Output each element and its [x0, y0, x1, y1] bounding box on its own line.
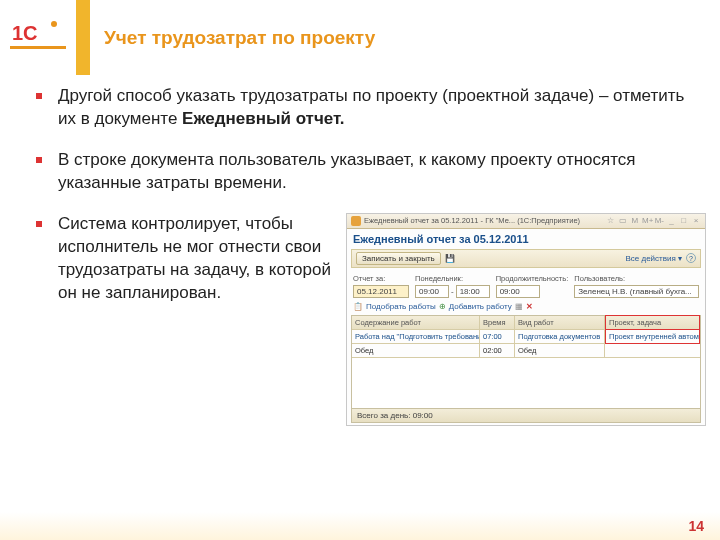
- table-blank: [352, 358, 700, 408]
- doc-title: Ежедневный отчет за 05.12.2011: [347, 229, 705, 247]
- window-title: Ежедневный отчет за 05.12.2011 - ГК "Ме.…: [364, 216, 602, 225]
- col-content: Содержание работ: [352, 316, 480, 330]
- logo-1c: 1C: [0, 10, 76, 66]
- cell-project: Проект внутренней автомати...: [605, 329, 700, 344]
- pick-works-link[interactable]: Подобрать работы: [366, 302, 436, 311]
- works-table: Содержание работ Время Вид работ Проект,…: [351, 315, 701, 423]
- bullet-icon: [36, 157, 42, 163]
- table-row[interactable]: Работа над "Подготовить требование к 07:…: [352, 330, 700, 344]
- bullet-text: Система контролирует, чтобы исполнитель …: [58, 213, 336, 408]
- table-footer: Всего за день: 09:00: [352, 408, 700, 422]
- save-close-button[interactable]: Записать и закрыть: [356, 252, 441, 265]
- window-controls: ☆ ▭ M M+ M- _ □ ×: [605, 216, 701, 225]
- header-divider: [76, 0, 90, 75]
- all-actions-link[interactable]: Все действия ▾: [625, 254, 682, 263]
- slide-title: Учет трудозатрат по проекту: [104, 27, 375, 49]
- minimize-icon[interactable]: _: [667, 216, 677, 225]
- table-header: Содержание работ Время Вид работ Проект,…: [352, 316, 700, 330]
- star-icon[interactable]: ☆: [605, 216, 615, 225]
- add-work-link[interactable]: Добавить работу: [449, 302, 512, 311]
- save-icon[interactable]: 💾: [445, 254, 455, 263]
- close-icon[interactable]: ×: [691, 216, 701, 225]
- svg-text:1C: 1C: [12, 22, 38, 44]
- screenshot-daily-report: Ежедневный отчет за 05.12.2011 - ГК "Ме.…: [346, 213, 706, 426]
- slide-header: 1C Учет трудозатрат по проекту: [0, 0, 720, 75]
- label-user: Пользователь:: [574, 274, 699, 283]
- min-icon[interactable]: ▭: [618, 216, 628, 225]
- bullet-text: Другой способ указать трудозатраты по пр…: [58, 86, 684, 128]
- cell: Подготовка документов: [515, 330, 605, 344]
- logo-1c-icon: 1C: [10, 18, 66, 54]
- cell: Обед: [515, 344, 605, 358]
- label-date: Отчет за:: [353, 274, 409, 283]
- bullet-item: Система контролирует, чтобы исполнитель …: [36, 213, 336, 408]
- label-monday: Понедельник:: [415, 274, 490, 283]
- bullet-icon: [36, 93, 42, 99]
- m-icon[interactable]: M: [630, 216, 640, 225]
- col-project: Проект, задача: [605, 315, 700, 330]
- bullet-bold: Ежедневный отчет.: [182, 109, 345, 128]
- delete-icon[interactable]: ✕: [526, 302, 533, 311]
- table-toolbar: 📋 Подобрать работы ⊕ Добавить работу ▦ ✕: [347, 300, 705, 313]
- window-titlebar: Ежедневный отчет за 05.12.2011 - ГК "Ме.…: [347, 214, 705, 229]
- bullet-item: В строке документа пользователь указывае…: [36, 149, 692, 195]
- app-icon: [351, 216, 361, 226]
- date-field[interactable]: 05.12.2011: [353, 285, 409, 298]
- slide-footer: [0, 512, 720, 540]
- cal-icon[interactable]: ▦: [515, 302, 523, 311]
- col-type: Вид работ: [515, 316, 605, 330]
- m2-icon[interactable]: M+: [642, 216, 652, 225]
- bullet-item: Другой способ указать трудозатраты по пр…: [36, 85, 692, 131]
- dash: -: [451, 287, 454, 296]
- maximize-icon[interactable]: □: [679, 216, 689, 225]
- m3-icon[interactable]: M-: [654, 216, 664, 225]
- cell: 02:00: [480, 344, 515, 358]
- cell: [605, 344, 700, 358]
- cell: Обед: [352, 344, 480, 358]
- add-icon[interactable]: ⊕: [439, 302, 446, 311]
- pick-icon[interactable]: 📋: [353, 302, 363, 311]
- bullet-text: В строке документа пользователь указывае…: [58, 149, 692, 195]
- svg-point-2: [51, 21, 57, 27]
- page-number: 14: [688, 518, 704, 534]
- col-time: Время: [480, 316, 515, 330]
- cell: 07:00: [480, 330, 515, 344]
- time-to-field[interactable]: 18:00: [456, 285, 490, 298]
- toolbar: Записать и закрыть 💾 Все действия ▾ ?: [351, 249, 701, 268]
- table-row[interactable]: Обед 02:00 Обед: [352, 344, 700, 358]
- duration-field[interactable]: 09:00: [496, 285, 540, 298]
- slide-content: Другой способ указать трудозатраты по пр…: [0, 75, 720, 426]
- cell: Работа над "Подготовить требование к: [352, 330, 480, 344]
- user-field[interactable]: Зеленец Н.В. (главный бухга...: [574, 285, 699, 298]
- help-icon[interactable]: ?: [686, 253, 696, 263]
- time-from-field[interactable]: 09:00: [415, 285, 449, 298]
- svg-rect-0: [10, 46, 66, 49]
- label-duration: Продолжительность:: [496, 274, 569, 283]
- form-row: Отчет за: 05.12.2011 Понедельник: 09:00 …: [347, 270, 705, 300]
- bullet-icon: [36, 221, 42, 227]
